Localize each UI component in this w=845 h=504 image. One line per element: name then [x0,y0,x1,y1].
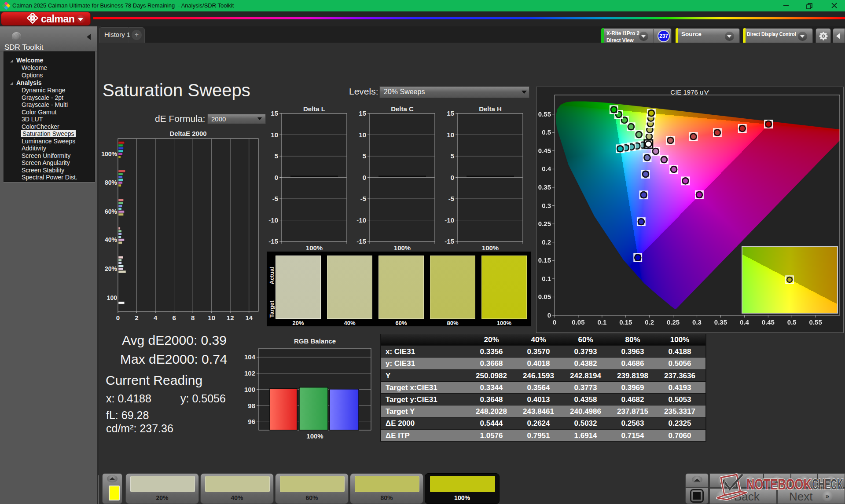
svg-text:-10: -10 [445,216,454,224]
svg-text:0: 0 [275,174,278,181]
svg-text:0.4: 0.4 [542,165,551,172]
svg-text:100%: 100% [306,244,323,252]
svg-text:-5: -5 [360,195,366,202]
svg-text:0.45: 0.45 [538,147,551,154]
svg-text:0.55: 0.55 [538,110,551,118]
svg-text:80%: 80% [105,179,118,186]
svg-text:-5: -5 [448,195,454,202]
svg-text:0.2: 0.2 [645,318,654,326]
svg-text:96: 96 [248,418,255,425]
svg-text:-15: -15 [268,237,278,245]
svg-text:15: 15 [271,110,278,117]
svg-text:0.25: 0.25 [538,220,551,227]
svg-text:0.35: 0.35 [714,318,727,326]
svg-text:104: 104 [244,353,256,361]
svg-text:0.3: 0.3 [542,202,551,209]
svg-text:5: 5 [275,152,278,160]
svg-text:12: 12 [227,314,234,321]
svg-text:60%: 60% [105,208,118,215]
svg-text:5: 5 [363,152,366,160]
svg-text:0.3: 0.3 [692,318,702,326]
svg-text:15: 15 [359,110,366,117]
svg-text:-10: -10 [268,216,278,224]
svg-text:-5: -5 [272,195,278,202]
svg-text:0.15: 0.15 [538,256,551,264]
svg-text:NOTEBOOK: NOTEBOOK [746,475,812,493]
svg-text:0.05: 0.05 [572,318,584,326]
svg-text:RGB Balance: RGB Balance [294,337,336,345]
svg-text:10: 10 [208,314,215,321]
svg-text:98: 98 [248,402,255,409]
svg-text:20%: 20% [105,265,118,272]
svg-text:0: 0 [451,174,454,181]
svg-text:0: 0 [116,314,120,321]
svg-text:100%: 100% [394,244,411,252]
svg-text:0.2: 0.2 [542,238,551,246]
svg-text:100: 100 [107,294,118,301]
svg-text:10: 10 [271,131,278,139]
svg-text:0.55: 0.55 [809,318,822,326]
svg-text:0.05: 0.05 [538,293,551,300]
svg-text:0.25: 0.25 [667,318,680,326]
svg-text:10: 10 [359,131,366,139]
svg-text:100%: 100% [306,432,323,440]
svg-text:0.35: 0.35 [538,183,551,191]
svg-text:-10: -10 [356,216,366,224]
svg-text:0.5: 0.5 [542,128,551,136]
svg-text:0.45: 0.45 [762,318,775,326]
svg-text:0: 0 [547,311,551,319]
svg-text:0: 0 [363,174,366,181]
svg-text:calman: calman [41,13,74,25]
svg-text:15: 15 [447,110,454,117]
svg-text:DeltaE 2000: DeltaE 2000 [169,130,206,137]
svg-text:0: 0 [553,318,556,326]
svg-text:8: 8 [191,314,195,321]
svg-text:0.1: 0.1 [542,275,551,282]
svg-text:CHECK: CHECK [812,475,843,493]
svg-text:40%: 40% [105,236,118,243]
svg-text:-15: -15 [356,237,366,245]
svg-text:6: 6 [172,314,176,321]
svg-text:Delta C: Delta C [391,106,414,113]
svg-text:4: 4 [154,314,158,321]
svg-text:0.5: 0.5 [787,318,797,326]
svg-text:102: 102 [244,369,255,377]
svg-text:100%: 100% [101,150,117,157]
svg-text:0.1: 0.1 [597,318,606,326]
svg-text:Delta L: Delta L [303,106,325,113]
svg-text:2: 2 [135,314,138,321]
svg-text:14: 14 [245,314,253,321]
svg-text:10: 10 [447,131,454,139]
svg-text:100: 100 [244,386,255,393]
svg-text:Delta H: Delta H [479,106,502,113]
svg-text:-15: -15 [445,237,454,245]
svg-text:0.4: 0.4 [740,318,749,326]
svg-text:5: 5 [451,152,454,160]
svg-text:0.15: 0.15 [619,318,632,326]
svg-text:100%: 100% [482,244,499,252]
